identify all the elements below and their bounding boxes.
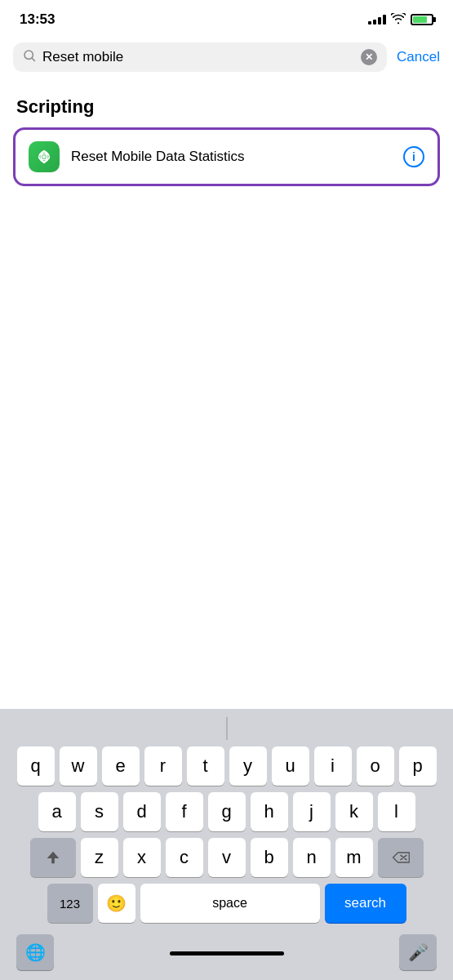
key-emoji[interactable]: 🙂 xyxy=(98,884,135,923)
key-search[interactable]: search xyxy=(325,884,406,923)
cancel-button[interactable]: Cancel xyxy=(397,49,440,65)
content-area: Scripting Reset Mobile Data Statistics i xyxy=(0,80,453,186)
clear-button[interactable]: ✕ xyxy=(361,49,377,65)
status-bar: 13:53 xyxy=(0,0,453,34)
key-f[interactable]: f xyxy=(166,792,203,831)
keyboard-divider xyxy=(226,717,228,740)
svg-point-4 xyxy=(42,155,46,158)
keyboard-row-2: a s d f g h j k l xyxy=(0,792,453,831)
battery-icon xyxy=(411,14,433,25)
key-x[interactable]: x xyxy=(123,838,161,877)
globe-key[interactable]: 🌐 xyxy=(16,934,54,970)
signal-icon xyxy=(368,15,386,24)
key-i[interactable]: i xyxy=(314,746,352,786)
key-w[interactable]: w xyxy=(60,746,97,786)
keyboard-row-3: z x c v b n m xyxy=(0,838,453,877)
item-icon xyxy=(29,141,60,172)
home-indicator xyxy=(170,951,284,956)
search-input-wrapper: ✕ xyxy=(13,42,387,72)
search-icon xyxy=(23,49,36,65)
key-m[interactable]: m xyxy=(335,838,373,877)
section-title: Scripting xyxy=(13,96,440,118)
search-bar: ✕ Cancel xyxy=(0,34,453,80)
info-button[interactable]: i xyxy=(403,146,424,167)
item-label: Reset Mobile Data Statistics xyxy=(71,149,392,165)
key-e[interactable]: e xyxy=(102,746,140,786)
key-h[interactable]: h xyxy=(251,792,288,831)
key-r[interactable]: r xyxy=(144,746,182,786)
key-p[interactable]: p xyxy=(399,746,437,786)
search-input[interactable] xyxy=(42,49,354,65)
keyboard-bottom-row: 🌐 🎤 xyxy=(0,929,453,977)
keyboard: q w e r t y u i o p a s d f g h j k l z … xyxy=(0,709,453,980)
key-a[interactable]: a xyxy=(38,792,76,831)
key-123[interactable]: 123 xyxy=(47,884,93,923)
key-y[interactable]: y xyxy=(229,746,267,786)
wifi-icon xyxy=(391,13,406,27)
key-s[interactable]: s xyxy=(81,792,118,831)
key-delete[interactable] xyxy=(378,838,424,877)
key-d[interactable]: d xyxy=(123,792,161,831)
status-icons xyxy=(368,13,433,27)
key-l[interactable]: l xyxy=(378,792,415,831)
key-b[interactable]: b xyxy=(251,838,288,877)
key-o[interactable]: o xyxy=(357,746,394,786)
key-shift[interactable] xyxy=(30,838,76,877)
key-t[interactable]: t xyxy=(187,746,224,786)
key-space[interactable]: space xyxy=(140,884,320,923)
key-n[interactable]: n xyxy=(293,838,331,877)
result-item[interactable]: Reset Mobile Data Statistics i xyxy=(13,127,440,186)
key-k[interactable]: k xyxy=(335,792,373,831)
key-q[interactable]: q xyxy=(17,746,55,786)
key-v[interactable]: v xyxy=(208,838,246,877)
keyboard-row-4: 123 🙂 space search xyxy=(0,884,453,923)
key-u[interactable]: u xyxy=(272,746,309,786)
keyboard-row-1: q w e r t y u i o p xyxy=(0,746,453,786)
key-g[interactable]: g xyxy=(208,792,246,831)
key-z[interactable]: z xyxy=(81,838,118,877)
key-j[interactable]: j xyxy=(293,792,331,831)
status-time: 13:53 xyxy=(20,11,55,28)
key-c[interactable]: c xyxy=(166,838,203,877)
microphone-key[interactable]: 🎤 xyxy=(399,934,437,970)
